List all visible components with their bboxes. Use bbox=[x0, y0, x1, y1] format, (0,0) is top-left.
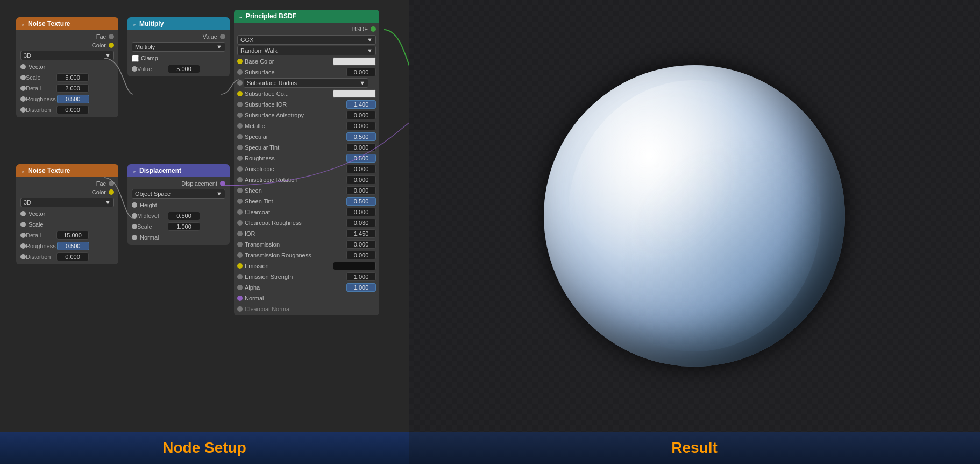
pbsdf-roughness-socket bbox=[237, 156, 243, 161]
multiply-collapse-arrow[interactable]: ⌄ bbox=[132, 21, 136, 27]
multiply-operation-row: Multiply ▼ bbox=[127, 41, 230, 53]
pbsdf-specular-tint-row: Specular Tint 0.000 bbox=[234, 142, 379, 153]
noise1-distortion-socket bbox=[20, 107, 26, 113]
noise1-dimension-row: 3D ▼ bbox=[16, 50, 118, 61]
noise2-scale-row: Scale bbox=[16, 219, 118, 230]
noise2-scale-socket bbox=[20, 222, 26, 227]
collapse-arrow-2[interactable]: ⌄ bbox=[20, 168, 25, 174]
noise2-fac-label: Fac bbox=[96, 180, 106, 187]
result-banner: Result bbox=[409, 432, 980, 464]
pbsdf-anisotropic-val[interactable]: 0.000 bbox=[346, 165, 376, 173]
pbsdf-transmission-val[interactable]: 0.000 bbox=[346, 240, 376, 249]
pbsdf-clearcoat-val[interactable]: 0.000 bbox=[346, 208, 376, 216]
multiply-value-in-pair: Value 5.000 bbox=[137, 65, 225, 73]
pbsdf-metallic-row: Metallic 0.000 bbox=[234, 121, 379, 131]
pbsdf-subsurface-color-val[interactable] bbox=[333, 89, 376, 98]
pbsdf-sheen-val[interactable]: 0.000 bbox=[346, 186, 376, 195]
noise2-color-socket bbox=[109, 189, 114, 195]
displacement-out-socket bbox=[220, 181, 225, 186]
pbsdf-alpha-socket bbox=[237, 285, 243, 290]
pbsdf-alpha-val[interactable]: 1.000 bbox=[346, 283, 376, 292]
node-setup-banner: Node Setup bbox=[0, 432, 409, 464]
noise-texture-1-title: Noise Texture bbox=[28, 20, 70, 27]
pbsdf-metallic-val[interactable]: 0.000 bbox=[346, 122, 376, 130]
displacement-header[interactable]: ⌄ Displacement bbox=[127, 164, 230, 177]
pbsdf-subsurface-val[interactable]: 0.000 bbox=[346, 68, 376, 76]
pbsdf-bsdf-out-row: BSDF bbox=[234, 24, 379, 34]
pbsdf-clearcoat-normal-socket bbox=[237, 306, 243, 312]
pbsdf-sheen-label: Sheen bbox=[243, 187, 346, 194]
displacement-height-row: Height bbox=[127, 200, 230, 210]
noise2-vector-row: Vector bbox=[16, 208, 118, 219]
pbsdf-subsurface-aniso-val[interactable]: 0.000 bbox=[346, 111, 376, 119]
pbsdf-specular-socket bbox=[237, 134, 243, 139]
pbsdf-roughness-val[interactable]: 0.500 bbox=[346, 154, 376, 163]
multiply-value-in-val[interactable]: 5.000 bbox=[168, 65, 200, 73]
noise-texture-1-node: ⌄ Noise Texture Fac Color 3D ▼ bbox=[16, 17, 118, 117]
pbsdf-clearcoat-rough-val[interactable]: 0.030 bbox=[346, 219, 376, 227]
noise2-fac-row: Fac bbox=[16, 179, 118, 188]
pbsdf-ior-label: IOR bbox=[243, 230, 346, 237]
multiply-title: Multiply bbox=[139, 20, 164, 27]
noise2-roughness-val[interactable]: 0.500 bbox=[57, 242, 89, 250]
noise1-dimension-dropdown[interactable]: 3D ▼ bbox=[20, 51, 114, 60]
pbsdf-sheen-tint-val[interactable]: 0.500 bbox=[346, 197, 376, 206]
pbsdf-subsurface-radius-dropdown[interactable]: Subsurface Radius ▼ bbox=[244, 78, 368, 88]
pbsdf-metallic-socket bbox=[237, 123, 243, 129]
pbsdf-emission-strength-val[interactable]: 1.000 bbox=[346, 272, 376, 281]
pbsdf-header[interactable]: ⌄ Principled BSDF bbox=[234, 10, 379, 23]
node-setup-label: Node Setup bbox=[162, 439, 246, 456]
pbsdf-aniso-rot-val[interactable]: 0.000 bbox=[346, 175, 376, 184]
noise1-detail-val[interactable]: 2.000 bbox=[56, 84, 89, 93]
noise2-detail-row: Detail 15.000 bbox=[16, 230, 118, 241]
noise1-detail-pair: Detail 2.000 bbox=[26, 84, 114, 93]
noise2-roughness-row: Roughness 0.500 bbox=[16, 241, 118, 251]
displacement-node: ⌄ Displacement Displacement Object Space… bbox=[127, 164, 230, 245]
pbsdf-bsdf-out-socket bbox=[371, 26, 376, 32]
pbsdf-sss-method-dropdown[interactable]: Random Walk ▼ bbox=[237, 46, 376, 55]
noise-texture-2-header[interactable]: ⌄ Noise Texture bbox=[16, 164, 118, 177]
pbsdf-emission-label: Emission bbox=[243, 263, 333, 269]
displacement-scale-val[interactable]: 1.000 bbox=[168, 222, 200, 231]
multiply-header[interactable]: ⌄ Multiply bbox=[127, 17, 230, 30]
pbsdf-transmission-rough-val[interactable]: 0.000 bbox=[346, 251, 376, 259]
displacement-midlevel-pair: Midlevel 0.500 bbox=[137, 212, 225, 220]
noise2-dimension-dropdown[interactable]: 3D ▼ bbox=[20, 198, 114, 207]
displacement-space-dropdown[interactable]: Object Space ▼ bbox=[132, 189, 225, 199]
noise2-fac-socket bbox=[109, 181, 114, 186]
displacement-scale-pair: Scale 1.000 bbox=[137, 222, 225, 231]
pbsdf-normal-label: Normal bbox=[243, 295, 376, 301]
pbsdf-collapse-arrow[interactable]: ⌄ bbox=[238, 13, 243, 19]
displacement-title: Displacement bbox=[139, 167, 181, 174]
pbsdf-subsurface-radius-val: Subsurface Radius bbox=[247, 80, 297, 86]
noise2-dimension-val: 3D bbox=[24, 199, 31, 206]
displacement-midlevel-val[interactable]: 0.500 bbox=[168, 212, 200, 220]
noise1-scale-val[interactable]: 5.000 bbox=[56, 73, 89, 82]
pbsdf-subsurface-ior-label: Subsurface IOR bbox=[243, 101, 346, 108]
pbsdf-transmission-row: Transmission 0.000 bbox=[234, 239, 379, 250]
pbsdf-alpha-row: Alpha 1.000 bbox=[234, 282, 379, 293]
noise1-roughness-val[interactable]: 0.500 bbox=[57, 95, 89, 103]
noise2-detail-val[interactable]: 15.000 bbox=[56, 231, 89, 240]
noise-texture-1-header[interactable]: ⌄ Noise Texture bbox=[16, 17, 118, 30]
pbsdf-ior-val[interactable]: 1.450 bbox=[346, 229, 376, 238]
displacement-collapse-arrow[interactable]: ⌄ bbox=[132, 168, 136, 174]
pbsdf-subsurface-ior-val[interactable]: 1.400 bbox=[346, 100, 376, 109]
pbsdf-base-color-val[interactable] bbox=[333, 57, 376, 66]
pbsdf-clearcoat-normal-label: Clearcoat Normal bbox=[243, 306, 376, 312]
noise1-distortion-val[interactable]: 0.000 bbox=[56, 106, 89, 114]
pbsdf-specular-val[interactable]: 0.500 bbox=[346, 132, 376, 141]
multiply-operation-dropdown[interactable]: Multiply ▼ bbox=[132, 42, 225, 52]
noise1-scale-pair: Scale 5.000 bbox=[26, 73, 114, 82]
pbsdf-specular-tint-val[interactable]: 0.000 bbox=[346, 143, 376, 152]
noise1-color-label: Color bbox=[92, 42, 106, 48]
multiply-clamp-checkbox[interactable] bbox=[132, 55, 139, 62]
pbsdf-distribution-dropdown[interactable]: GGX ▼ bbox=[237, 35, 376, 45]
pbsdf-emission-strength-label: Emission Strength bbox=[243, 273, 346, 280]
noise2-distortion-val[interactable]: 0.000 bbox=[56, 252, 89, 261]
bottom-banner: Node Setup Result bbox=[0, 432, 980, 464]
pbsdf-emission-val[interactable] bbox=[333, 262, 376, 270]
collapse-arrow-1[interactable]: ⌄ bbox=[20, 21, 25, 27]
pbsdf-emission-row: Emission bbox=[234, 261, 379, 271]
noise1-vector-socket bbox=[20, 64, 26, 69]
